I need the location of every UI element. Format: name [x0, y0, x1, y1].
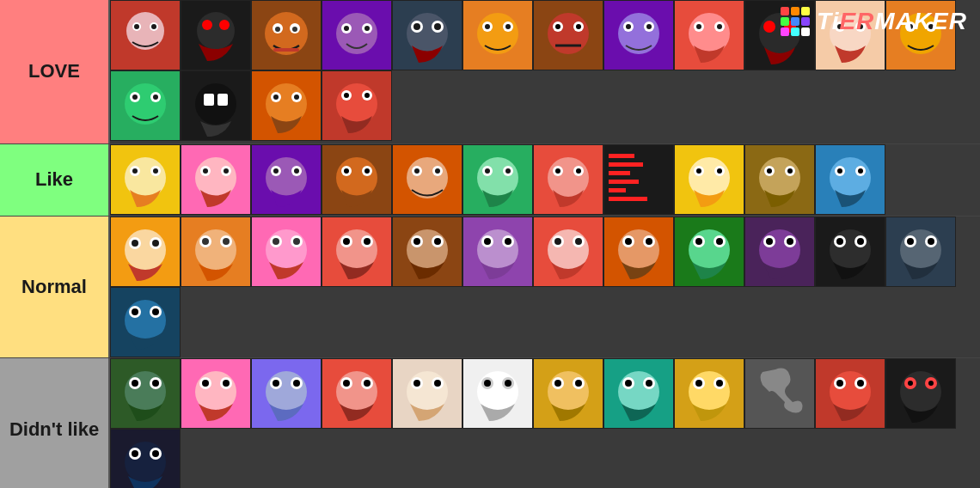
svg-point-83: [273, 95, 279, 100]
svg-point-276: [554, 380, 561, 387]
svg-point-223: [857, 238, 864, 245]
list-item: [392, 0, 462, 70]
tier-items-didnt-like: [108, 358, 980, 488]
svg-point-70: [125, 83, 166, 125]
svg-point-9: [219, 20, 230, 30]
svg-point-7: [197, 12, 235, 50]
list-item: [110, 287, 181, 357]
list-item: [533, 144, 603, 215]
svg-point-259: [364, 380, 371, 387]
svg-point-264: [413, 380, 420, 387]
svg-point-277: [575, 380, 582, 387]
list-item: [181, 144, 251, 215]
svg-rect-134: [609, 154, 634, 158]
svg-point-289: [716, 380, 723, 387]
svg-point-193: [505, 238, 511, 245]
list-item: [251, 144, 322, 215]
svg-point-39: [555, 24, 560, 29]
svg-point-298: [900, 371, 941, 412]
svg-point-119: [414, 168, 420, 174]
list-item: [533, 358, 603, 429]
list-item: [674, 0, 744, 70]
svg-point-76: [195, 83, 236, 125]
svg-point-168: [202, 238, 209, 245]
svg-point-116: [407, 157, 448, 198]
svg-point-186: [413, 238, 420, 245]
tier-list: LOVE: [0, 0, 980, 488]
svg-point-162: [132, 240, 138, 247]
svg-point-40: [576, 24, 581, 29]
svg-point-222: [836, 238, 843, 245]
svg-point-28: [434, 23, 441, 30]
svg-point-132: [576, 168, 581, 174]
svg-point-1: [126, 12, 164, 50]
svg-point-74: [153, 95, 158, 100]
svg-point-126: [505, 168, 511, 174]
svg-point-33: [485, 24, 490, 29]
list-item: [181, 0, 251, 70]
svg-point-229: [928, 238, 934, 245]
list-item: [744, 217, 815, 287]
list-item: [815, 358, 885, 429]
svg-point-241: [152, 380, 159, 387]
svg-point-180: [343, 238, 350, 245]
list-item: [110, 358, 181, 429]
svg-rect-139: [609, 197, 647, 201]
tier-items-normal: [108, 217, 980, 357]
svg-point-308: [152, 450, 159, 457]
list-item: [251, 217, 322, 287]
list-item: [181, 358, 251, 429]
svg-point-102: [224, 168, 229, 174]
list-item: [251, 358, 322, 429]
list-item: [322, 144, 392, 215]
svg-point-27: [413, 23, 420, 30]
list-item: [815, 217, 885, 287]
list-item: [885, 217, 956, 287]
list-item: [603, 358, 674, 429]
svg-point-159: [125, 229, 166, 271]
tier-label-didnt-like: Didn't like: [0, 358, 108, 488]
list-item: [322, 0, 392, 70]
svg-point-205: [646, 238, 652, 245]
svg-point-15: [292, 27, 297, 32]
svg-point-36: [548, 13, 589, 54]
list-item: [885, 358, 956, 429]
list-item: [181, 217, 251, 287]
svg-point-211: [716, 238, 723, 245]
svg-point-45: [626, 24, 631, 29]
list-item: [181, 70, 251, 141]
svg-point-113: [344, 168, 349, 174]
svg-point-125: [485, 168, 490, 174]
svg-point-198: [554, 238, 561, 245]
svg-point-21: [344, 26, 349, 31]
svg-point-96: [153, 168, 158, 174]
list-item: [110, 70, 181, 141]
list-item: [603, 144, 674, 215]
list-item: [603, 0, 674, 70]
svg-point-192: [484, 238, 491, 245]
svg-point-52: [717, 24, 722, 29]
svg-point-296: [857, 380, 864, 387]
list-item: [251, 0, 322, 70]
list-item: [322, 358, 392, 429]
svg-point-234: [132, 308, 138, 315]
svg-point-42: [618, 13, 659, 54]
svg-rect-16: [273, 48, 299, 52]
svg-rect-78: [217, 94, 228, 106]
svg-point-252: [273, 380, 279, 387]
svg-point-235: [152, 308, 159, 315]
svg-point-307: [132, 450, 138, 457]
svg-point-73: [132, 95, 138, 100]
svg-point-217: [787, 238, 793, 245]
svg-point-175: [293, 238, 300, 245]
svg-point-131: [555, 168, 560, 174]
list-item: [744, 144, 815, 215]
svg-point-216: [766, 238, 773, 245]
svg-point-169: [223, 238, 230, 245]
svg-point-89: [344, 93, 349, 98]
list-item: [251, 70, 322, 141]
svg-point-302: [928, 381, 934, 386]
list-item: [110, 144, 181, 215]
list-item: [110, 429, 181, 488]
svg-point-8: [202, 20, 212, 30]
